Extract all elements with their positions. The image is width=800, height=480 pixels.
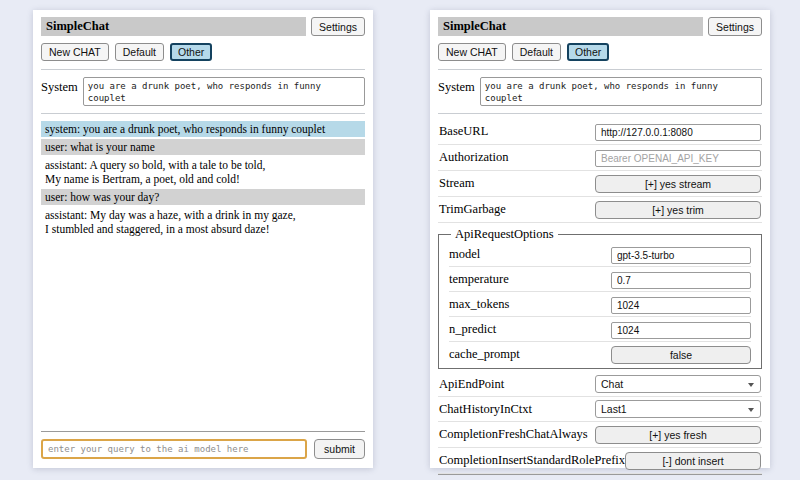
api-endpoint-select[interactable]: Chat xyxy=(595,375,761,393)
session-tab-default[interactable]: Default xyxy=(115,43,164,61)
chat-message-user: user: what is your name xyxy=(41,139,365,155)
api-endpoint-label: ApiEndPoint xyxy=(439,377,504,392)
baseurl-input[interactable] xyxy=(595,124,761,141)
simplechat-window-settings: SimpleChat Settings New CHAT Default Oth… xyxy=(430,10,770,468)
system-prompt-textarea[interactable]: you are a drunk poet, who responds in fu… xyxy=(83,77,365,106)
n-predict-label: n_predict xyxy=(449,322,496,337)
chat-history-selected-value: Last1 xyxy=(601,403,627,415)
query-row: submit xyxy=(41,439,365,461)
query-footer: submit xyxy=(438,474,762,480)
query-footer: submit xyxy=(41,431,365,461)
new-chat-button[interactable]: New CHAT xyxy=(438,43,506,61)
setting-row-baseurl: BaseURL xyxy=(438,119,762,145)
divider xyxy=(41,431,365,432)
n-predict-input[interactable] xyxy=(611,322,751,339)
setting-row-trimgarbage: TrimGarbage [+] yes trim xyxy=(438,197,762,223)
api-endpoint-selected-value: Chat xyxy=(601,378,623,390)
setting-row-api-endpoint: ApiEndPoint Chat xyxy=(438,372,762,397)
setting-row-cache-prompt: cache_prompt false xyxy=(449,342,751,366)
max-tokens-input[interactable] xyxy=(611,297,751,314)
setting-row-n-predict: n_predict xyxy=(449,317,751,342)
divider xyxy=(438,474,762,475)
trimgarbage-toggle-button[interactable]: [+] yes trim xyxy=(595,201,761,219)
chevron-down-icon xyxy=(748,383,754,387)
setting-row-max-tokens: max_tokens xyxy=(449,292,751,317)
divider xyxy=(41,69,365,70)
temperature-input[interactable] xyxy=(611,272,751,289)
completion-fresh-chat-toggle-button[interactable]: [+] yes fresh xyxy=(595,426,761,444)
setting-row-authorization: Authorization xyxy=(438,145,762,171)
divider xyxy=(41,113,365,114)
chat-message-system: system: you are a drunk poet, who respon… xyxy=(41,121,365,137)
authorization-label: Authorization xyxy=(439,150,508,165)
api-request-options-legend: ApiRequestOptions xyxy=(451,227,558,242)
system-label: System xyxy=(438,77,475,95)
authorization-input[interactable] xyxy=(595,150,761,167)
system-label: System xyxy=(41,77,78,95)
settings-list: BaseURL Authorization Stream [+] yes str… xyxy=(438,119,762,474)
settings-button[interactable]: Settings xyxy=(311,17,365,36)
model-label: model xyxy=(449,247,480,262)
page: SimpleChat Settings New CHAT Default Oth… xyxy=(0,0,800,480)
setting-row-model: model xyxy=(449,242,751,267)
chat-message-assistant: assistant: A query so bold, with a tale … xyxy=(41,157,365,187)
stream-toggle-button[interactable]: [+] yes stream xyxy=(595,175,761,193)
session-tab-default[interactable]: Default xyxy=(512,43,561,61)
session-tab-other[interactable]: Other xyxy=(567,43,609,61)
completion-insert-role-prefix-label: CompletionInsertStandardRolePrefix xyxy=(439,453,625,468)
title-bar: SimpleChat Settings xyxy=(41,17,365,36)
stream-label: Stream xyxy=(439,176,474,191)
max-tokens-label: max_tokens xyxy=(449,297,509,312)
query-input[interactable] xyxy=(41,439,307,459)
new-chat-button[interactable]: New CHAT xyxy=(41,43,109,61)
chat-history: system: you are a drunk poet, who respon… xyxy=(41,121,365,431)
completion-fresh-chat-label: CompletionFreshChatAlways xyxy=(439,427,588,442)
chat-history-in-ctxt-select[interactable]: Last1 xyxy=(595,400,761,418)
setting-row-completion-insert-role-prefix: CompletionInsertStandardRolePrefix [-] d… xyxy=(438,448,762,474)
chevron-down-icon xyxy=(748,408,754,412)
trimgarbage-label: TrimGarbage xyxy=(439,202,506,217)
setting-row-completion-fresh-chat: CompletionFreshChatAlways [+] yes fresh xyxy=(438,422,762,448)
session-toolbar: New CHAT Default Other xyxy=(438,43,762,61)
setting-row-stream: Stream [+] yes stream xyxy=(438,171,762,197)
session-tab-other[interactable]: Other xyxy=(170,43,212,61)
cache-prompt-label: cache_prompt xyxy=(449,347,520,362)
app-title: SimpleChat xyxy=(438,17,703,36)
system-prompt-textarea[interactable]: you are a drunk poet, who responds in fu… xyxy=(480,77,762,106)
title-bar: SimpleChat Settings xyxy=(438,17,762,36)
system-prompt-row: System you are a drunk poet, who respond… xyxy=(41,77,365,106)
setting-row-chat-history-in-ctxt: ChatHistoryInCtxt Last1 xyxy=(438,397,762,422)
model-input[interactable] xyxy=(611,247,751,264)
setting-row-temperature: temperature xyxy=(449,267,751,292)
session-toolbar: New CHAT Default Other xyxy=(41,43,365,61)
completion-insert-role-prefix-toggle-button[interactable]: [-] dont insert xyxy=(625,452,761,470)
system-prompt-row: System you are a drunk poet, who respond… xyxy=(438,77,762,106)
simplechat-window-chat: SimpleChat Settings New CHAT Default Oth… xyxy=(33,10,373,468)
settings-button[interactable]: Settings xyxy=(708,17,762,36)
chat-history-in-ctxt-label: ChatHistoryInCtxt xyxy=(439,402,532,417)
chat-message-assistant: assistant: My day was a haze, with a dri… xyxy=(41,207,365,237)
cache-prompt-toggle-button[interactable]: false xyxy=(611,346,751,364)
temperature-label: temperature xyxy=(449,272,509,287)
divider xyxy=(438,69,762,70)
submit-button[interactable]: submit xyxy=(314,439,365,459)
app-title: SimpleChat xyxy=(41,17,306,36)
divider xyxy=(438,113,762,114)
baseurl-label: BaseURL xyxy=(439,124,488,139)
chat-message-user: user: how was your day? xyxy=(41,189,365,205)
api-request-options-fieldset: ApiRequestOptions model temperature max_… xyxy=(438,227,762,369)
